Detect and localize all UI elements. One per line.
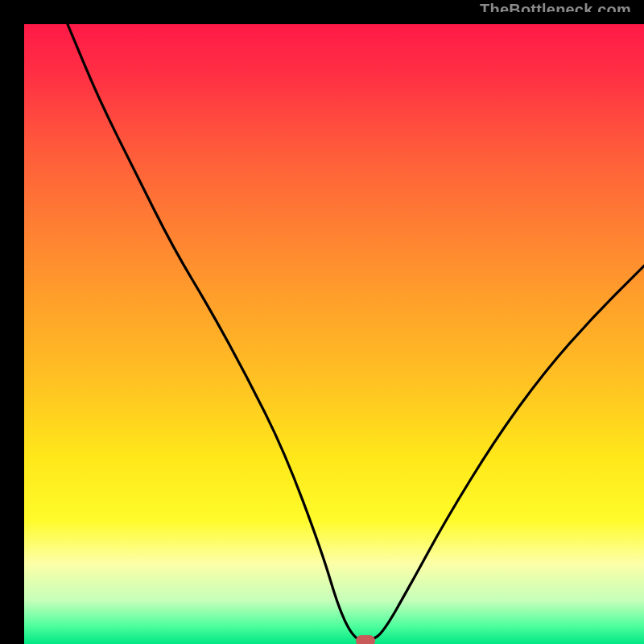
bottleneck-curve [24,24,644,644]
chart-frame [12,12,632,632]
minimum-marker [356,635,375,644]
plot-area [24,24,644,644]
